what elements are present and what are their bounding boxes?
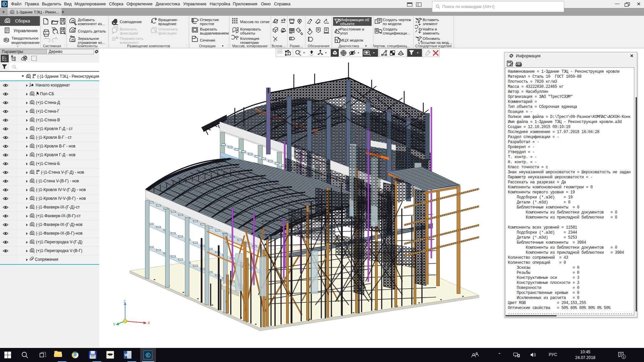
svg-text:Z: Z [123, 299, 126, 303]
svg-text:12: 12 [4, 59, 7, 61]
svg-text:Y: Y [113, 322, 116, 326]
svg-text:X: X [148, 321, 150, 325]
